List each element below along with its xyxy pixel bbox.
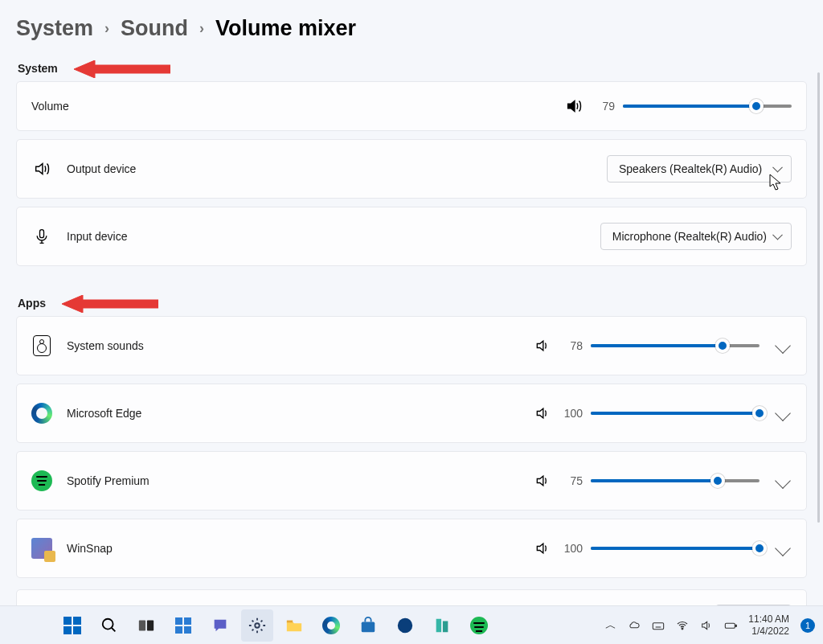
svg-rect-16 <box>653 622 664 629</box>
taskbar: ︿ 11:40 AM 1/4/2022 1 <box>0 605 823 644</box>
svg-point-10 <box>255 623 260 628</box>
spotify-icon <box>31 470 52 491</box>
taskbar-store[interactable] <box>352 609 384 642</box>
speaker-icon <box>534 540 551 556</box>
edge-icon <box>31 403 52 424</box>
app-label: Microsoft Edge <box>67 407 141 420</box>
app-row-system-sounds[interactable]: System sounds 78 <box>16 316 807 375</box>
app-label: Spotify Premium <box>67 474 149 487</box>
section-header-system: System <box>18 62 807 75</box>
tray-time: 11:40 AM <box>748 613 789 625</box>
annotation-arrow-icon <box>74 60 170 78</box>
taskbar-app-generic[interactable] <box>389 609 421 642</box>
input-device-card: Input device Microphone (Realtek(R) Audi… <box>16 207 807 266</box>
section-header-apps: Apps <box>18 297 807 310</box>
app-volume-value: 75 <box>562 474 583 487</box>
svg-rect-14 <box>436 618 441 632</box>
svg-rect-11 <box>287 620 293 622</box>
chevron-down-icon[interactable] <box>775 473 791 489</box>
taskbar-edge[interactable] <box>315 609 347 642</box>
volume-slider[interactable] <box>623 98 792 114</box>
volume-tray-icon[interactable] <box>700 619 713 632</box>
svg-rect-6 <box>175 617 182 625</box>
app-volume-value: 100 <box>562 407 583 420</box>
app-row-spotify[interactable]: Spotify Premium 75 <box>16 451 807 511</box>
taskbar-settings[interactable] <box>241 609 273 642</box>
settings-page: System › Sound › Volume mixer System Vol… <box>0 0 823 605</box>
app-row-winsnap[interactable]: WinSnap 100 <box>16 519 807 578</box>
taskbar-chat[interactable] <box>204 609 236 642</box>
volume-label: Volume <box>31 100 69 113</box>
svg-rect-5 <box>147 620 154 630</box>
svg-rect-4 <box>139 620 145 630</box>
input-device-select[interactable]: Microphone (Realtek(R) Audio) <box>600 223 792 250</box>
svg-rect-18 <box>726 623 735 628</box>
speaker-icon <box>534 338 551 354</box>
taskbar-search[interactable] <box>93 609 125 642</box>
svg-rect-15 <box>443 621 448 632</box>
app-volume-value: 78 <box>562 339 583 352</box>
section-header-system-label: System <box>18 62 58 75</box>
speaker-icon <box>534 473 551 489</box>
chevron-right-icon: › <box>199 20 204 37</box>
svg-rect-12 <box>362 621 375 632</box>
svg-marker-2 <box>62 295 158 313</box>
svg-point-13 <box>398 617 412 632</box>
app-volume-value: 100 <box>562 542 583 555</box>
speaker-icon <box>534 405 551 421</box>
breadcrumb: System › Sound › Volume mixer <box>16 16 807 41</box>
annotation-arrow-icon <box>62 295 158 313</box>
app-label: System sounds <box>67 339 144 352</box>
onedrive-icon[interactable] <box>628 619 641 632</box>
chevron-down-icon[interactable] <box>775 405 791 421</box>
svg-point-3 <box>103 618 113 629</box>
app-volume-slider[interactable] <box>591 405 760 421</box>
taskbar-widgets[interactable] <box>167 609 199 642</box>
taskbar-explorer[interactable] <box>278 609 310 642</box>
taskbar-start[interactable] <box>56 609 88 642</box>
wifi-icon[interactable] <box>676 619 689 632</box>
taskbar-app-teal[interactable] <box>426 609 458 642</box>
svg-rect-8 <box>175 626 182 634</box>
chevron-down-icon[interactable] <box>775 338 791 354</box>
svg-rect-9 <box>184 626 191 634</box>
app-volume-slider[interactable] <box>591 473 760 489</box>
speaker-icon <box>31 160 52 178</box>
app-row-edge[interactable]: Microsoft Edge 100 <box>16 384 807 443</box>
svg-rect-1 <box>40 230 44 238</box>
keyboard-icon[interactable] <box>652 619 665 632</box>
app-volume-slider[interactable] <box>591 540 760 556</box>
taskbar-spotify[interactable] <box>463 609 495 642</box>
notification-badge[interactable]: 1 <box>800 618 815 633</box>
taskbar-task-view[interactable] <box>130 609 162 642</box>
output-device-label: Output device <box>67 162 136 175</box>
system-sounds-icon <box>33 335 51 356</box>
tray-clock[interactable]: 11:40 AM 1/4/2022 <box>748 613 789 637</box>
tray-date: 1/4/2022 <box>748 626 789 637</box>
input-device-label: Input device <box>67 230 128 243</box>
volume-value: 79 <box>594 100 615 113</box>
microphone-icon <box>31 228 52 245</box>
system-tray: ︿ 11:40 AM 1/4/2022 1 <box>605 613 815 637</box>
system-volume-card: Volume 79 <box>16 81 807 131</box>
output-device-card: Output device Speakers (Realtek(R) Audio… <box>16 139 807 199</box>
section-header-apps-label: Apps <box>18 297 46 310</box>
winsnap-icon <box>31 538 52 559</box>
svg-marker-0 <box>74 60 170 78</box>
reset-card: Reset sound devices and volumes for all … <box>16 589 807 605</box>
svg-rect-19 <box>735 625 736 626</box>
chevron-right-icon: › <box>104 20 109 37</box>
chevron-down-icon[interactable] <box>775 540 791 556</box>
breadcrumb-sound[interactable]: Sound <box>121 16 188 41</box>
scrollbar[interactable] <box>817 72 820 523</box>
svg-rect-7 <box>184 617 191 625</box>
battery-icon[interactable] <box>724 619 737 632</box>
output-device-select[interactable]: Speakers (Realtek(R) Audio) <box>607 155 792 183</box>
speaker-icon <box>565 97 583 115</box>
breadcrumb-current: Volume mixer <box>215 16 356 41</box>
app-volume-slider[interactable] <box>591 338 760 354</box>
tray-overflow[interactable]: ︿ <box>605 618 616 633</box>
app-label: WinSnap <box>67 542 113 555</box>
breadcrumb-system[interactable]: System <box>16 16 93 41</box>
svg-point-17 <box>682 628 683 630</box>
